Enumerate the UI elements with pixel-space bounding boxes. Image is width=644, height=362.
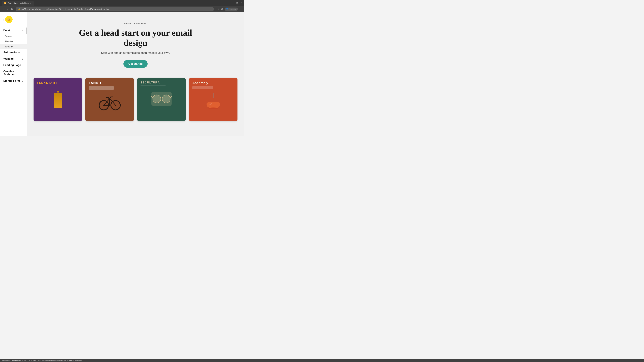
plain-text-label: Plain text — [5, 40, 14, 42]
sidebar-item-automations[interactable]: Automations — [0, 49, 27, 56]
window-button[interactable]: ⧉ — [221, 7, 223, 10]
email-chevron-icon: ∧ — [22, 29, 23, 32]
incognito-label: Incognito — [229, 8, 236, 10]
sidebar-item-email[interactable]: Email ∧ — [0, 27, 27, 33]
browser-actions: ☆ ⧉ 👤 Incognito ⋮ — [217, 7, 242, 11]
tandu-divider — [89, 86, 114, 90]
flexstart-divider — [37, 87, 70, 87]
template-card-escultura[interactable]: ESCULTURA — [137, 78, 186, 121]
template-card-assembly[interactable]: Assembly — [189, 78, 238, 121]
template-card-flexstart[interactable]: FLEXSTART — [34, 78, 82, 121]
assembly-card-inner: Assembly — [189, 78, 238, 121]
website-label: Website — [3, 57, 14, 60]
sidebar-item-plain-text[interactable]: Plain text — [0, 39, 27, 44]
browser-tab-active[interactable]: M Campaigns | Mailchimp × — [2, 1, 34, 6]
app-layout: ‹ Ema — [0, 12, 244, 136]
template-check-icon: ✓ — [20, 45, 22, 48]
new-tab-button[interactable]: + — [34, 1, 37, 6]
hero-title: Get a head start on your email design — [77, 28, 194, 48]
hero-eyebrow: EMAIL TEMPLATES — [34, 22, 238, 24]
sidebar-item-signup-form[interactable]: Signup Form ∨ — [0, 78, 27, 84]
menu-button[interactable]: ⋮ — [240, 7, 242, 11]
assembly-name: Assembly — [192, 81, 234, 85]
assembly-divider — [192, 86, 213, 89]
flexstart-name: FLEXSTART — [37, 81, 79, 85]
browser-chrome: M Campaigns | Mailchimp × + — ⧉ ✕ ‹ › ↻ … — [0, 0, 244, 12]
flexstart-card-inner: FLEXSTART — [34, 78, 82, 121]
bookmark-button[interactable]: ☆ — [217, 7, 219, 11]
svg-point-7 — [10, 19, 10, 19]
creative-assistant-label: Creative Assistant — [3, 70, 23, 76]
refresh-button[interactable]: ↻ — [10, 7, 14, 11]
automations-label: Automations — [3, 51, 20, 54]
forward-button[interactable]: › — [6, 7, 8, 11]
escultura-card-inner: ESCULTURA — [137, 78, 186, 121]
sidebar-item-regular[interactable]: Regular — [0, 33, 27, 39]
svg-point-6 — [8, 19, 8, 19]
signup-form-label: Signup Form — [3, 79, 20, 82]
maximize-button[interactable]: ⧉ — [236, 1, 238, 4]
sidebar: ‹ Ema — [0, 12, 27, 136]
email-label: Email — [3, 29, 10, 32]
svg-point-9 — [6, 19, 8, 20]
lock-icon: 🔒 — [18, 8, 20, 10]
template-card-tandu[interactable]: TANDU — [85, 78, 134, 121]
escultura-divider — [140, 85, 166, 86]
hero-subtitle: Start with one of our templates, then ma… — [34, 51, 238, 55]
address-bar[interactable]: 🔒 us21.admin.mailchimp.com/campaigns/#cr… — [16, 7, 214, 11]
sidebar-item-creative-assistant[interactable]: Creative Assistant — [0, 68, 27, 78]
close-window-button[interactable]: ✕ — [240, 1, 242, 4]
hero-section: EMAIL TEMPLATES Get a head start on your… — [27, 12, 244, 74]
mailchimp-logo — [5, 16, 12, 24]
svg-point-33 — [208, 107, 218, 109]
landing-page-label: Landing Page — [3, 64, 21, 67]
browser-controls: ‹ › ↻ 🔒 us21.admin.mailchimp.com/campaig… — [0, 6, 244, 12]
svg-point-4 — [8, 19, 8, 19]
template-label: Template — [5, 45, 14, 48]
incognito-icon: 👤 — [226, 8, 228, 10]
bike-illustration — [98, 93, 122, 111]
sidebar-item-landing-page[interactable]: Landing Page — [0, 62, 27, 68]
svg-rect-22 — [106, 97, 109, 98]
svg-point-29 — [153, 95, 160, 103]
incognito-badge: 👤 Incognito — [224, 7, 238, 11]
website-chevron-icon: ∨ — [22, 57, 23, 60]
glasses-illustration — [150, 89, 173, 107]
window-controls: — ⧉ ✕ — [231, 1, 242, 4]
lamp-illustration — [202, 92, 225, 111]
tandu-card-inner: TANDU — [85, 78, 134, 121]
back-button[interactable]: ‹ — [2, 7, 4, 11]
regular-label: Regular — [5, 35, 12, 37]
templates-section: FLEXSTART TANDU — [27, 74, 244, 125]
sidebar-item-website[interactable]: Website ∨ — [0, 56, 27, 62]
tab-favicon: M — [4, 2, 6, 4]
svg-point-10 — [10, 19, 12, 20]
tab-title: Campaigns | Mailchimp — [8, 2, 29, 4]
url-text: us21.admin.mailchimp.com/campaigns/#crea… — [22, 8, 110, 10]
svg-point-30 — [162, 95, 170, 103]
minimize-button[interactable]: — — [231, 1, 234, 4]
main-content: EMAIL TEMPLATES Get a head start on your… — [27, 12, 244, 136]
escultura-name: ESCULTURA — [140, 81, 182, 84]
signup-form-chevron-icon: ∨ — [22, 80, 23, 82]
svg-point-5 — [10, 19, 10, 19]
tandu-name: TANDU — [89, 81, 130, 85]
tab-bar: M Campaigns | Mailchimp × + — ⧉ ✕ — [0, 0, 244, 6]
tab-close-button[interactable]: × — [30, 2, 31, 4]
sidebar-item-template[interactable]: Template ✓ — [0, 44, 27, 49]
back-nav-button[interactable]: ‹ — [3, 18, 4, 21]
svg-text:M: M — [4, 2, 6, 4]
sidebar-header: ‹ — [0, 16, 27, 27]
get-started-button[interactable]: Get started — [124, 60, 148, 68]
sidebar-scrollbar[interactable] — [26, 27, 27, 34]
